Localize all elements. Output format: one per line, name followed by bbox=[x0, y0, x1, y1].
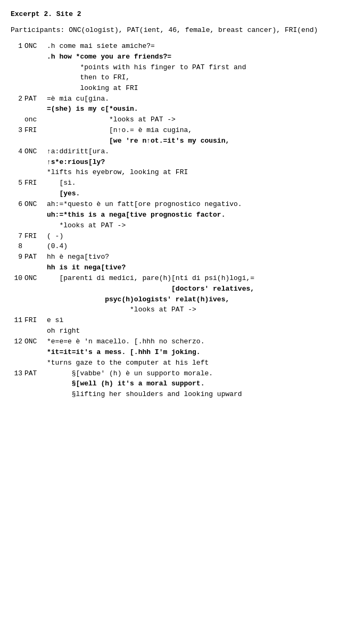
line-number: 8 bbox=[11, 242, 22, 252]
speaker-label: FRI bbox=[24, 126, 45, 136]
line-number: 3 bbox=[11, 126, 22, 136]
utterance-text: psyc(h)ologists' relat(h)ives, bbox=[47, 295, 353, 305]
utterance-text: oh right bbox=[47, 326, 353, 336]
line-number: 10 bbox=[11, 274, 22, 284]
utterance-text: hh is it nega[tive? bbox=[47, 263, 353, 273]
utterance-text: *looks at PAT -> bbox=[47, 305, 353, 315]
utterance-text: .h come mai siete amiche?= bbox=[47, 42, 353, 52]
speaker-label: PAT bbox=[24, 252, 45, 262]
transcript-line: §[well (h) it's a moral support. bbox=[11, 379, 353, 389]
utterance-text: [we 're n↑ot.=it's my cousin, bbox=[47, 136, 353, 146]
speaker-label: onc bbox=[24, 115, 45, 125]
speaker-label: FRI bbox=[24, 232, 45, 242]
line-number: 11 bbox=[11, 316, 22, 326]
transcript-line: *looks at PAT -> bbox=[11, 221, 353, 231]
utterance-text: *e=e=e è 'n macello. [.hhh no scherzo. bbox=[47, 337, 353, 347]
speaker-label: ONC bbox=[24, 337, 45, 347]
utterance-text: [parenti di medici, pare(h)[nti di psi(h… bbox=[47, 274, 353, 284]
speaker-label: ONC bbox=[24, 274, 45, 284]
transcript-line: 13PAT §[vabbe' (h) è un supporto morale. bbox=[11, 369, 353, 379]
utterance-text: §lifting her shoulders and looking upwar… bbox=[47, 390, 353, 400]
speaker-label: PAT bbox=[24, 94, 45, 104]
transcript-line: looking at FRI bbox=[11, 84, 353, 94]
utterance-text: [doctors' relatives, bbox=[47, 284, 353, 294]
transcript-line: *lifts his eyebrow, looking at FRI bbox=[11, 168, 353, 178]
utterance-text: ( -) bbox=[47, 232, 353, 242]
line-number: 2 bbox=[11, 94, 22, 104]
transcript-line: hh is it nega[tive? bbox=[11, 263, 353, 273]
transcript-line: 6ONCah:=*questo è un fatt[ore prognostic… bbox=[11, 200, 353, 210]
utterance-text: uh:=*this is a nega[tive prognostic fact… bbox=[47, 210, 353, 220]
utterance-text: hh è nega[tivo? bbox=[47, 252, 353, 262]
utterance-text: =(she) is my c[*ousin. bbox=[47, 104, 353, 114]
transcript-line: onc *looks at PAT -> bbox=[11, 115, 353, 125]
speaker-label: PAT bbox=[24, 369, 45, 379]
transcript-line: *looks at PAT -> bbox=[11, 305, 353, 315]
utterance-text: (0.4) bbox=[47, 242, 353, 252]
speaker-label: ONC bbox=[24, 147, 45, 157]
transcript-line: .h how *come you are friends?= bbox=[11, 52, 353, 62]
utterance-text: =è mia cu[gina. bbox=[47, 94, 353, 104]
line-number: 4 bbox=[11, 147, 22, 157]
transcript-line: 9PAThh è nega[tivo? bbox=[11, 252, 353, 262]
line-number: 13 bbox=[11, 369, 22, 379]
utterance-text: ↑a:ddiritt[ura. bbox=[47, 147, 353, 157]
utterance-text: *looks at PAT -> bbox=[47, 221, 353, 231]
transcript-line: 10ONC [parenti di medici, pare(h)[nti di… bbox=[11, 274, 353, 284]
utterance-text: .h how *come you are friends?= bbox=[47, 52, 353, 62]
line-number: 9 bbox=[11, 252, 22, 262]
speaker-label: FRI bbox=[24, 178, 45, 188]
transcript-line: [we 're n↑ot.=it's my cousin, bbox=[11, 136, 353, 146]
transcript-block: 1ONC.h come mai siete amiche?=.h how *co… bbox=[11, 42, 353, 400]
transcript-line: 3FRI [n↑o.= è mia cugina, bbox=[11, 126, 353, 136]
transcript-line: 5FRI [sì. bbox=[11, 178, 353, 188]
transcript-line: *it=it=it's a mess. [.hhh I'm joking. bbox=[11, 348, 353, 358]
participants-line: Participants: ONC(ologist), PAT(ient, 46… bbox=[11, 25, 353, 36]
transcript-line: ↑s*e:rious[ly? bbox=[11, 158, 353, 168]
transcript-line: 4ONC↑a:ddiritt[ura. bbox=[11, 147, 353, 157]
utterance-text: looking at FRI bbox=[47, 84, 353, 94]
transcript-line: 11FRIe sì bbox=[11, 316, 353, 326]
line-number: 12 bbox=[11, 337, 22, 347]
utterance-text: *it=it=it's a mess. [.hhh I'm joking. bbox=[47, 348, 353, 358]
transcript-line: uh:=*this is a nega[tive prognostic fact… bbox=[11, 210, 353, 220]
page-title: Excerpt 2. Site 2 bbox=[11, 10, 353, 20]
speaker-label: ONC bbox=[24, 42, 45, 52]
utterance-text: [n↑o.= è mia cugina, bbox=[47, 126, 353, 136]
utterance-text: *looks at PAT -> bbox=[47, 115, 353, 125]
utterance-text: [yes. bbox=[47, 189, 353, 199]
utterance-text: ↑s*e:rious[ly? bbox=[47, 158, 353, 168]
transcript-line: =(she) is my c[*ousin. bbox=[11, 104, 353, 114]
line-number: 6 bbox=[11, 200, 22, 210]
transcript-line: *points with his finger to PAT first and… bbox=[11, 63, 353, 83]
utterance-text: ah:=*questo è un fatt[ore prognostico ne… bbox=[47, 200, 353, 210]
speaker-label: ONC bbox=[24, 200, 45, 210]
utterance-text: *lifts his eyebrow, looking at FRI bbox=[47, 168, 353, 178]
transcript-line: psyc(h)ologists' relat(h)ives, bbox=[11, 295, 353, 305]
transcript-line: §lifting her shoulders and looking upwar… bbox=[11, 390, 353, 400]
utterance-text: [sì. bbox=[47, 178, 353, 188]
transcript-line: 12ONC*e=e=e è 'n macello. [.hhh no scher… bbox=[11, 337, 353, 347]
line-number: 5 bbox=[11, 178, 22, 188]
transcript-line: 8(0.4) bbox=[11, 242, 353, 252]
utterance-text: e sì bbox=[47, 316, 353, 326]
line-number: 1 bbox=[11, 42, 22, 52]
utterance-text: *turns gaze to the computer at his left bbox=[47, 358, 353, 368]
transcript-line: 1ONC.h come mai siete amiche?= bbox=[11, 42, 353, 52]
transcript-line: 2PAT=è mia cu[gina. bbox=[11, 94, 353, 104]
transcript-line: 7FRI( -) bbox=[11, 232, 353, 242]
line-number: 7 bbox=[11, 232, 22, 242]
utterance-text: §[well (h) it's a moral support. bbox=[47, 379, 353, 389]
transcript-line: *turns gaze to the computer at his left bbox=[11, 358, 353, 368]
utterance-text: *points with his finger to PAT first and… bbox=[47, 63, 353, 83]
transcript-line: [doctors' relatives, bbox=[11, 284, 353, 294]
speaker-label: FRI bbox=[24, 316, 45, 326]
utterance-text: §[vabbe' (h) è un supporto morale. bbox=[47, 369, 353, 379]
transcript-line: [yes. bbox=[11, 189, 353, 199]
transcript-line: oh right bbox=[11, 326, 353, 336]
